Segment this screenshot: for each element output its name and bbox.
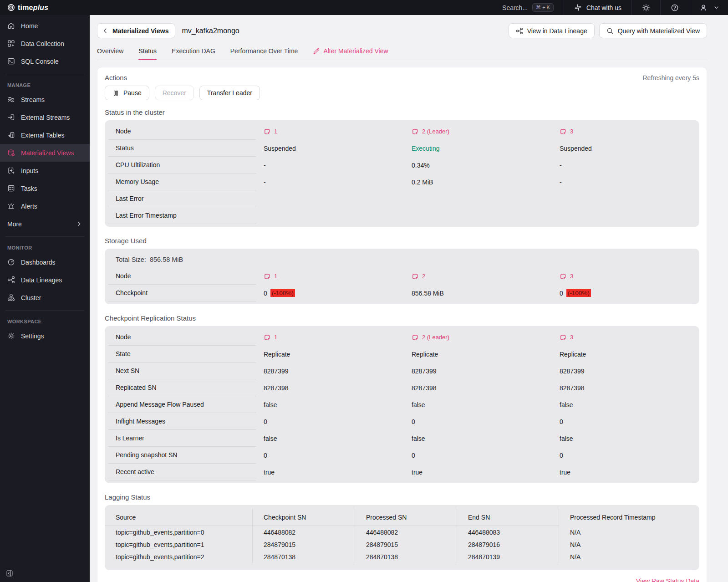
node-id: 1 — [274, 334, 277, 341]
node-icon — [560, 334, 567, 341]
help-button[interactable] — [661, 0, 689, 15]
sidebar-item-alerts[interactable]: Alerts — [0, 197, 90, 215]
tab-status[interactable]: Status — [138, 47, 157, 60]
actions-row: Actions Refreshing every 5s — [105, 74, 699, 82]
row-label-status: Status — [108, 140, 256, 157]
theme-toggle-button[interactable] — [632, 0, 660, 15]
view-in-data-lineage-button[interactable]: View in Data Lineage — [509, 23, 595, 38]
back-to-materialized-views-button[interactable]: Materialized Views — [97, 23, 175, 38]
view-in-data-lineage-label: View in Data Lineage — [527, 27, 587, 35]
node-id: 2 — [422, 273, 425, 280]
node-1-cell: 1 — [264, 334, 277, 341]
pending-snapshot-value: 0 — [404, 447, 552, 464]
node-icon — [412, 128, 419, 135]
sidebar-item-label: Dashboards — [21, 259, 56, 266]
lagging-status-title: Lagging Status — [105, 493, 699, 501]
transfer-leader-button[interactable]: Transfer Leader — [199, 86, 260, 100]
sidebar-item-streams[interactable]: Streams — [0, 91, 90, 108]
sidebar-item-label: External Tables — [21, 132, 64, 139]
sidebar-item-settings[interactable]: Settings — [0, 327, 90, 345]
row-label-node: Node — [108, 329, 256, 346]
tab-execution-dag[interactable]: Execution DAG — [172, 47, 215, 60]
data-lineage-icon — [516, 27, 523, 35]
timeplus-logo[interactable]: timeplus — [7, 4, 48, 12]
tab-label: Performance Over Time — [230, 47, 298, 55]
sidebar-item-label: External Streams — [21, 114, 70, 121]
status-panel: Actions Refreshing every 5s Pause Recove… — [97, 67, 707, 582]
tab-label: Execution DAG — [172, 47, 215, 55]
sidebar-item-label: Materialized Views — [21, 149, 74, 157]
pause-button[interactable]: Pause — [105, 86, 149, 100]
sidebar-item-label: Home — [21, 22, 38, 30]
sidebar-item-label: Tasks — [21, 185, 37, 192]
storage-used-table: Total Size: 856.58 MiB Node 1 2 3 Checkp… — [105, 249, 699, 304]
logo-text-regular: time — [18, 4, 33, 11]
node-3-cell: 3 — [560, 334, 573, 341]
checkpoint-value: 856.58 MiB — [412, 290, 444, 297]
total-size-row: Total Size: 856.58 MiB — [105, 251, 699, 268]
replication-status-title: Checkpoint Replication Status — [105, 314, 699, 322]
checkpoint-delta-badge: (-100%) — [270, 289, 295, 297]
sidebar-item-materialized-views[interactable]: Materialized Views — [0, 144, 90, 162]
sidebar-item-inputs[interactable]: Inputs — [0, 162, 90, 179]
node-id: 3 — [570, 334, 573, 341]
cluster-status-table: Node 1 2 (Leader) 3 Status Suspended Exe… — [105, 120, 699, 227]
sidebar-item-sql-console[interactable]: SQL Console — [0, 52, 90, 70]
query-with-materialized-view-label: Query with Materialized View — [618, 27, 700, 35]
row-label-append-paused: Append Message Flow Paused — [108, 396, 256, 413]
cpu-value: - — [552, 157, 699, 174]
column-header-end-sn: End SN — [457, 509, 559, 526]
sidebar-item-more[interactable]: More — [0, 215, 90, 233]
node-2-cell: 2 (Leader) — [412, 128, 449, 135]
sidebar-item-cluster[interactable]: Cluster — [0, 289, 90, 306]
cpu-value: - — [256, 157, 404, 174]
sidebar-item-label: Cluster — [21, 294, 41, 301]
external-streams-icon — [7, 113, 15, 121]
sidebar-item-tasks[interactable]: Tasks — [0, 179, 90, 197]
account-menu[interactable] — [689, 0, 722, 15]
timeplus-logo-icon — [7, 4, 15, 11]
row-label-inflight-messages: Inflight Messages — [108, 413, 256, 430]
inputs-icon — [7, 167, 15, 174]
sidebar-item-dashboards[interactable]: Dashboards — [0, 253, 90, 271]
sidebar-item-data-collection[interactable]: Data Collection — [0, 35, 90, 52]
row-label-pending-snapshot-sn: Pending snapshot SN — [108, 447, 256, 464]
sidebar-item-external-tables[interactable]: External Tables — [0, 126, 90, 144]
user-icon — [699, 4, 708, 12]
tab-performance-over-time[interactable]: Performance Over Time — [230, 47, 298, 60]
node-icon — [560, 128, 567, 135]
checkpoint-value: 0 — [560, 290, 563, 297]
sidebar-item-home[interactable]: Home — [0, 17, 90, 35]
column-header-processed-sn: Processed SN — [355, 509, 457, 526]
replicated-sn-value: 8287398 — [552, 379, 699, 396]
processed-sn-cell: 284870138 — [355, 551, 457, 563]
topbar-right: Search... ⌘ + K Chat with us — [492, 0, 722, 15]
inflight-messages-value: 0 — [404, 413, 552, 430]
is-learner-value: false — [552, 430, 699, 447]
sidebar-item-data-lineages[interactable]: Data Lineages — [0, 271, 90, 289]
node-2-cell: 2 (Leader) — [412, 334, 449, 341]
transfer-leader-label: Transfer Leader — [207, 89, 252, 97]
query-with-materialized-view-button[interactable]: Query with Materialized View — [599, 23, 707, 38]
page-title: mv_kafka2mongo — [182, 27, 239, 35]
checkpoint-value: 0 — [264, 290, 267, 297]
search-icon — [606, 27, 614, 35]
collapse-sidebar-icon — [6, 570, 13, 577]
tab-overview[interactable]: Overview — [97, 47, 123, 60]
column-header-processed-record-timestamp: Processed Record Timestamp — [559, 509, 699, 526]
chevron-down-icon — [713, 4, 720, 11]
materialized-views-icon — [7, 149, 15, 157]
is-learner-value: false — [256, 430, 404, 447]
last-error-value — [256, 190, 404, 207]
sidebar-item-external-streams[interactable]: External Streams — [0, 108, 90, 126]
node-id: 1 — [274, 273, 277, 280]
recover-button[interactable]: Recover — [155, 86, 194, 100]
global-search[interactable]: Search... ⌘ + K — [492, 0, 564, 15]
chat-with-us-button[interactable]: Chat with us — [564, 0, 631, 15]
raw-status-row: View Raw Status Data — [105, 577, 699, 582]
processed-sn-cell: 446488082 — [355, 526, 457, 538]
status-value: Suspended — [552, 140, 699, 157]
collapse-sidebar-button[interactable] — [6, 570, 13, 577]
view-raw-status-data-link[interactable]: View Raw Status Data — [636, 577, 699, 582]
alter-materialized-view-button[interactable]: Alter Materialized View — [313, 47, 388, 60]
